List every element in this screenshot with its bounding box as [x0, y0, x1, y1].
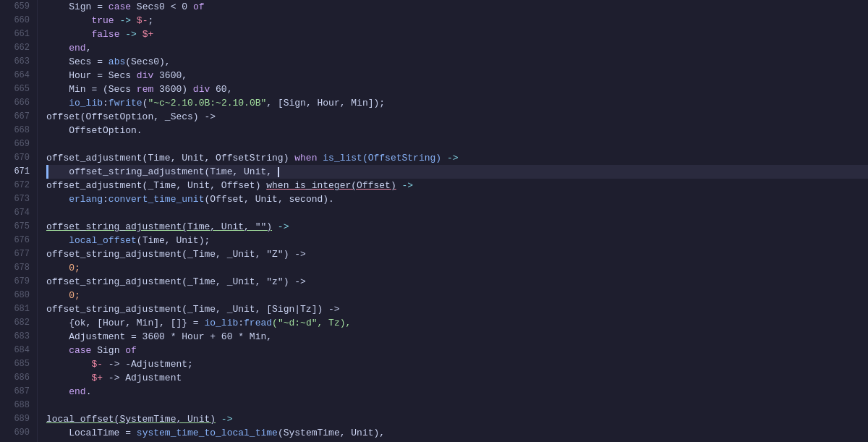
code-line-678: 0; — [46, 261, 868, 275]
code-line-680: 0; — [46, 289, 868, 302]
line-number-680: 680 — [0, 289, 37, 302]
line-number-676: 676 — [0, 234, 37, 247]
token: of — [193, 1, 205, 12]
token: convert_time_unit — [109, 194, 205, 205]
token: system_time_to_local_time — [137, 428, 278, 438]
token: ("~d:~d", Tz), — [272, 318, 351, 328]
token: false — [91, 29, 119, 40]
token: div — [137, 70, 153, 81]
line-number-674: 674 — [0, 206, 37, 220]
token — [46, 29, 91, 40]
token: local_offset(SystemTime, Unit) — [46, 414, 216, 425]
token: Adjustment = 3600 * Hour + 60 * Min, — [46, 331, 272, 342]
token: (Time, Unit); — [137, 235, 210, 246]
code-editor: 6596606616626636646656666676686696706716… — [0, 0, 868, 442]
line-number-689: 689 — [0, 412, 37, 426]
line-number-679: 679 — [0, 275, 37, 289]
token: Secs0 < 0 — [131, 1, 193, 12]
line-number-671: 671 — [0, 165, 37, 179]
token: (Secs0), — [125, 56, 170, 67]
token: -> — [396, 180, 413, 191]
code-line-684: case Sign of — [46, 344, 868, 357]
line-number-672: 672 — [0, 179, 37, 192]
line-number-673: 673 — [0, 192, 37, 206]
token: offset_string_adjustment(Time, Unit, "") — [46, 221, 272, 232]
token: (Offset, Unit, second). — [204, 194, 333, 205]
line-number-664: 664 — [0, 69, 37, 82]
token — [46, 235, 69, 246]
token: case — [109, 1, 131, 12]
line-number-668: 668 — [0, 124, 37, 137]
token: ; — [148, 15, 153, 26]
token: 0; — [46, 290, 80, 301]
token: {ok, [Hour, Min], []} = — [46, 318, 204, 328]
token: $+ — [142, 29, 154, 40]
token: div — [193, 84, 210, 95]
token: , — [86, 43, 92, 54]
token — [46, 373, 91, 383]
token: 3600, — [153, 70, 187, 81]
token: fread — [244, 318, 272, 328]
line-number-670: 670 — [0, 151, 37, 165]
text-cursor — [278, 167, 279, 177]
code-line-666: io_lib:fwrite("~c~2.10.0B:~2.10.0B", [Si… — [46, 96, 868, 110]
token: offset_string_adjustment(_Time, _Unit, "… — [46, 276, 306, 287]
line-number-687: 687 — [0, 385, 37, 399]
code-line-670: offset_adjustment(Time, Unit, OffsetStri… — [46, 151, 868, 165]
code-line-673: erlang:convert_time_unit(Offset, Unit, s… — [46, 192, 868, 206]
token: when — [294, 153, 317, 163]
token: . — [86, 386, 92, 397]
token: -> -Adjustment; — [103, 359, 193, 370]
token — [46, 43, 69, 54]
line-number-666: 666 — [0, 96, 37, 110]
token: -> — [272, 221, 289, 232]
token — [46, 15, 91, 26]
line-number-677: 677 — [0, 247, 37, 261]
token: : — [238, 318, 244, 328]
line-number-661: 661 — [0, 27, 37, 41]
code-line-675: offset_string_adjustment(Time, Unit, "")… — [46, 220, 868, 234]
line-number-688: 688 — [0, 399, 37, 412]
token: -> — [114, 15, 137, 26]
code-line-662: end, — [46, 41, 868, 55]
code-line-681: offset_string_adjustment(_Time, _Unit, [… — [46, 302, 868, 316]
line-number-678: 678 — [0, 261, 37, 275]
token: LocalTime = — [46, 428, 137, 438]
token: 3600) — [153, 84, 193, 95]
token: io_lib — [204, 318, 238, 328]
token: offset_string_adjustment(_Time, _Unit, [… — [46, 304, 340, 315]
token: -> — [119, 29, 142, 40]
code-line-659: Sign = case Secs0 < 0 of — [46, 0, 868, 14]
active-line-border — [46, 165, 48, 179]
code-line-686: $+ -> Adjustment — [46, 371, 868, 385]
code-line-661: false -> $+ — [46, 27, 868, 41]
token: is_list(OffsetString) — [323, 153, 441, 163]
code-content[interactable]: Sign = case Secs0 < 0 of true -> $-; fal… — [38, 0, 868, 442]
token: Sign = — [46, 1, 109, 12]
code-line-689: local_offset(SystemTime, Unit) -> — [46, 412, 868, 426]
code-line-677: offset_string_adjustment(_Time, _Unit, "… — [46, 247, 868, 261]
line-number-665: 665 — [0, 82, 37, 96]
token: local_offset — [69, 235, 137, 246]
code-line-674 — [46, 206, 868, 220]
token — [46, 194, 69, 205]
token: -> Adjustment — [103, 373, 182, 383]
code-line-668: OffsetOption. — [46, 124, 868, 137]
line-number-660: 660 — [0, 14, 37, 27]
code-line-687: end. — [46, 385, 868, 399]
line-number-667: 667 — [0, 110, 37, 124]
code-line-685: $- -> -Adjustment; — [46, 357, 868, 371]
code-line-682: {ok, [Hour, Min], []} = io_lib:fread("~d… — [46, 316, 868, 330]
token — [46, 359, 91, 370]
token: offset_adjustment(_Time, Unit, Offset) — [46, 180, 266, 191]
token: -> — [216, 414, 232, 425]
token: end — [69, 386, 85, 397]
line-number-663: 663 — [0, 55, 37, 69]
token — [46, 386, 69, 397]
token: $- — [137, 15, 148, 26]
token: 0; — [46, 263, 80, 273]
line-number-662: 662 — [0, 41, 37, 55]
code-line-690: LocalTime = system_time_to_local_time(Sy… — [46, 426, 868, 440]
line-number-675: 675 — [0, 220, 37, 234]
token: offset_string_adjustment(_Time, _Unit, "… — [46, 249, 306, 260]
